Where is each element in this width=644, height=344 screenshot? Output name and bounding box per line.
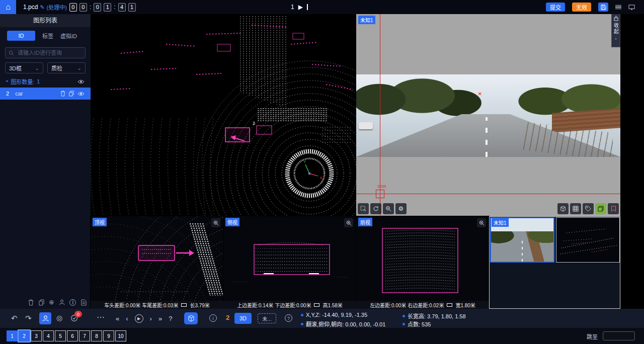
grid-view-button[interactable] <box>570 203 581 214</box>
crosshair-box <box>376 190 384 198</box>
shape-list-sidebar: 图形列表 ID 标签 虚拟ID 3D框 ⌄ 质检 ⌄ • 图形数量: 1 <box>0 14 91 309</box>
submit-button[interactable]: 提交 <box>546 3 565 12</box>
delete-tool-button[interactable] <box>28 299 34 306</box>
top-bar: ⌂ 1.pcd ✎ (处理中) 0 0 : 0 1 : 4 1 1 ▶ 提交 无… <box>0 0 644 14</box>
collapse-panel-button[interactable]: 收起 › <box>611 14 620 47</box>
front-ortho-view[interactable]: 前视 左边差距:0.00米 右边差距:0.02米 宽1.80米 <box>356 216 489 309</box>
select-tool-button[interactable] <box>358 203 369 214</box>
main-point-cloud-view[interactable]: Y X 2 <box>91 14 356 216</box>
frame-cell-current[interactable]: 2 <box>19 330 30 341</box>
person-icon <box>59 299 65 305</box>
copy-icon <box>39 299 44 306</box>
annotator-mode-button-active[interactable] <box>39 312 51 324</box>
qc-dropdown[interactable]: 质检 ⌄ <box>47 62 86 73</box>
magnifier-plus-icon <box>346 220 352 226</box>
item-visibility-toggle[interactable] <box>77 92 85 96</box>
copy-item-button[interactable] <box>69 91 74 97</box>
flag-view-button[interactable] <box>608 203 619 214</box>
redo-button[interactable]: ↷ <box>25 314 32 323</box>
edit-icon[interactable]: ✎ <box>40 4 44 11</box>
jump-to-label: 跳至 <box>587 332 598 340</box>
annotation-id-label: 2 <box>253 121 255 126</box>
rotate-tool-button[interactable] <box>370 203 381 214</box>
shape-type-dropdown[interactable]: 3D框 ⌄ <box>5 62 43 73</box>
box-tool-button-active[interactable] <box>184 312 198 324</box>
rewind-button[interactable]: « <box>116 315 119 322</box>
screen-button[interactable] <box>628 5 635 10</box>
note-tool-button[interactable] <box>81 299 87 306</box>
id-search-box[interactable] <box>5 47 86 58</box>
info-button[interactable]: i <box>209 314 217 322</box>
monitor-icon <box>628 5 635 10</box>
dimension-value: 宽1.80米 <box>455 301 475 309</box>
counter-separator: : <box>114 4 115 11</box>
frame-cell[interactable]: 9 <box>103 330 114 341</box>
status-toolbar: ↶ ↷ ◎ 0 ⋯ « ‹ ▶ › » ? i 2 3D 未... ? X,Y,… <box>0 309 644 328</box>
more-button[interactable]: ⋯ <box>97 312 105 322</box>
shape-list-item[interactable]: 2 car <box>0 88 91 100</box>
home-button[interactable]: ⌂ <box>0 0 16 14</box>
person-tool-button[interactable] <box>59 299 65 305</box>
zoom-button[interactable] <box>211 218 220 227</box>
tab-virtual-id[interactable]: 虚拟ID <box>60 32 77 40</box>
fast-forward-button[interactable]: » <box>158 315 162 322</box>
camera-image-view[interactable]: 未知1 ✕ 2020 ⚙ <box>356 14 620 216</box>
frame-cell[interactable]: 8 <box>91 330 102 341</box>
magnifier-plus-icon <box>213 220 219 226</box>
annotation-box-3d <box>225 128 250 142</box>
search-icon <box>9 50 14 56</box>
frame-cell[interactable]: 7 <box>79 330 90 341</box>
layers-icon <box>598 206 604 212</box>
grid-icon <box>573 206 579 212</box>
frame-cell[interactable]: 6 <box>67 330 78 341</box>
copy-tool-button[interactable] <box>39 299 44 306</box>
visibility-toggle[interactable] <box>77 79 85 84</box>
search-input[interactable] <box>17 49 82 56</box>
front-view-label: 前视 <box>358 218 372 226</box>
thumbnail-label: 未知1 <box>492 218 509 227</box>
invalid-button[interactable]: 无效 <box>572 3 591 12</box>
top-view-label: 顶视 <box>93 218 107 226</box>
menu-button[interactable] <box>615 5 621 10</box>
person-icon <box>42 315 49 322</box>
bullet-icon: • <box>6 78 8 85</box>
front-view-stats: 左边差距:0.00米 右边差距:0.02米 宽1.80米 <box>356 301 489 309</box>
target-tool-button[interactable]: ⊕ <box>49 299 54 306</box>
record-target-button[interactable]: ◎ <box>56 314 62 322</box>
trash-icon <box>60 91 65 97</box>
delete-item-button[interactable] <box>60 91 65 97</box>
label-help-button[interactable]: ? <box>285 314 292 322</box>
prev-frame-button[interactable]: ‹ <box>126 315 128 322</box>
zoom-tool-button[interactable] <box>383 203 394 214</box>
settings-tool-button[interactable]: ⚙ <box>395 203 407 214</box>
frame-cell[interactable]: 10 <box>115 330 126 341</box>
side-ortho-view[interactable]: 侧视 上边差距:0.14米 下边差距:0.00米 高1.58米 <box>223 216 356 309</box>
playback-help-button[interactable]: ? <box>169 315 172 322</box>
play-button[interactable]: ▶ <box>298 4 303 11</box>
frame-cell[interactable]: 3 <box>31 330 42 341</box>
frame-cell[interactable]: 1 <box>7 330 18 341</box>
tab-id[interactable]: ID <box>7 31 35 41</box>
top-ortho-view[interactable]: 顶视 车头差距:0.00米 车尾差距:0.03米 长3.79米 <box>91 216 223 309</box>
jump-to-input[interactable] <box>603 331 635 340</box>
x-axis-label: X <box>319 176 323 180</box>
pointcloud-thumbnail[interactable] <box>556 217 620 263</box>
save-button[interactable] <box>598 3 608 12</box>
next-frame-button[interactable]: › <box>150 315 152 322</box>
frame-cell[interactable]: 4 <box>43 330 54 341</box>
frame-cell[interactable]: 5 <box>55 330 66 341</box>
point-cloud-canvas: Y X 2 <box>91 14 356 216</box>
label-tag-box[interactable]: 未... <box>258 313 276 323</box>
info-tool-button[interactable]: i <box>69 299 76 306</box>
play-pause-button[interactable]: ▶ <box>135 314 143 323</box>
cube-view-button[interactable] <box>557 203 569 214</box>
zoom-button[interactable] <box>344 218 353 227</box>
playback-group: 1 ▶ <box>291 0 308 14</box>
layers-view-button-active[interactable] <box>595 203 606 214</box>
mode-3d-button[interactable]: 3D <box>234 313 252 324</box>
zoom-button[interactable] <box>477 218 486 227</box>
rpy-readout: 翻滚,俯仰,朝向: 0.00, 0.00, -0.01 <box>301 320 385 328</box>
tab-label[interactable]: 标签 <box>42 32 53 40</box>
undo-button[interactable]: ↶ <box>11 314 18 323</box>
tag-view-button[interactable] <box>583 203 594 214</box>
